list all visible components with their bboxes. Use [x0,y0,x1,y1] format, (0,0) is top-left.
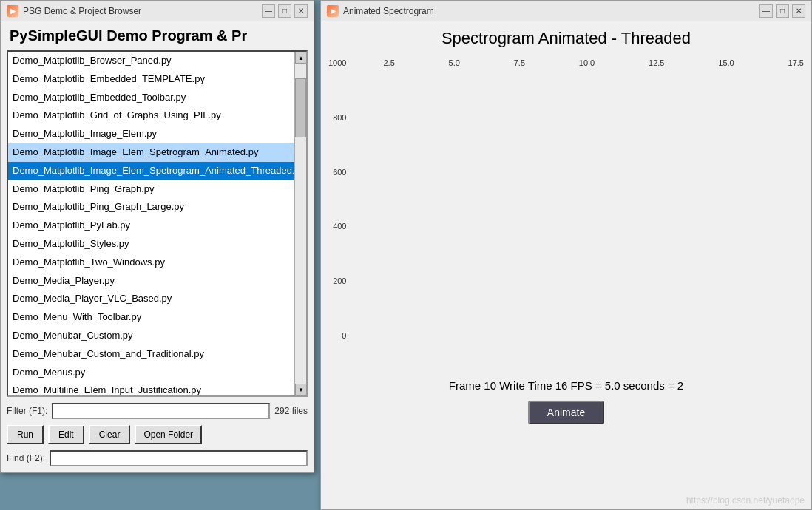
filter-label: Filter (F1): [7,406,47,416]
scroll-down-button[interactable]: ▼ [295,384,307,395]
psg-title-icon: ▶ [7,5,18,17]
psg-icon: ▶ [7,5,18,17]
y-axis-label: 0 [328,332,346,340]
find-row: Find (F2): [1,447,314,472]
file-list-item[interactable]: Demo_Media_Player.py [8,272,294,290]
y-axis-label: 600 [328,169,346,177]
find-input[interactable] [50,450,308,466]
scroll-up-button[interactable]: ▲ [295,52,307,64]
y-axis: 10008006004002000 [328,55,346,344]
filter-row: Filter (F1): 292 files [1,400,314,422]
x-axis-label: 17.5 [788,58,804,67]
file-list-item[interactable]: Demo_Matplotlib_Image_Elem.py [8,125,294,143]
right-window-title: Animated Spectrogram [343,6,759,16]
status-text: Frame 10 Write Time 16 FPS = 5.0 seconds… [449,379,683,392]
right-content: Spectrogram Animated - Threaded 10008006… [321,21,811,509]
file-list-item[interactable]: Demo_Matplotlib_Grid_of_Graphs_Using_PIL… [8,106,294,125]
right-title-icon: ▶ [327,5,339,17]
left-content: PySimpleGUI Demo Program & Pr Demo_Matpl… [1,21,314,472]
left-titlebar: ▶ PSG Demo & Project Browser — □ ✕ [1,1,314,21]
file-list-item[interactable]: Demo_Matplotlib_Styles.py [8,235,294,254]
run-button[interactable]: Run [7,425,44,444]
spectrogram-title: Spectrogram Animated - Threaded [441,29,691,48]
file-list-item[interactable]: Demo_Menus.py [8,364,294,382]
left-window-header: PySimpleGUI Demo Program & Pr [1,21,314,47]
file-list-item[interactable]: Demo_Matplotlib_PyLab.py [8,217,294,235]
file-list-item[interactable]: Demo_Matplotlib_Image_Elem_Spetrogram_An… [8,143,294,162]
x-axis-label: 5.0 [449,58,460,67]
y-axis-label: 800 [328,114,346,122]
left-window-controls: — □ ✕ [262,4,308,18]
file-list-item[interactable]: Demo_Media_Player_VLC_Based.py [8,290,294,308]
find-label: Find (F2): [7,453,45,463]
left-maximize-button[interactable]: □ [278,4,291,18]
file-count: 292 files [274,406,308,416]
left-close-button[interactable]: ✕ [294,4,308,18]
right-close-button[interactable]: ✕ [792,4,805,18]
x-axis-label: 2.5 [383,58,394,67]
left-window-title: PSG Demo & Project Browser [23,6,262,16]
right-titlebar: ▶ Animated Spectrogram — □ ✕ [321,1,811,21]
edit-button[interactable]: Edit [48,425,84,444]
right-window: ▶ Animated Spectrogram — □ ✕ Spectrogram… [320,0,812,510]
right-psg-icon: ▶ [327,5,339,17]
x-axis-label: 7.5 [514,58,525,67]
y-axis-label: 400 [328,222,346,231]
clear-button[interactable]: Clear [89,425,131,444]
x-axis-label: 12.5 [649,58,664,67]
buttons-row: Run Edit Clear Open Folder [1,422,314,447]
x-axis-label: 10.0 [579,58,595,67]
right-minimize-button[interactable]: — [759,4,773,18]
open-folder-button[interactable]: Open Folder [135,425,202,444]
left-minimize-button[interactable]: — [262,4,275,18]
chart-container: 10008006004002000 [328,55,804,373]
file-list-item[interactable]: Demo_Matplotlib_Ping_Graph.py [8,180,294,199]
file-list-item[interactable]: Demo_Menubar_Custom_and_Traditional.py [8,345,294,364]
x-axis: 2.55.07.510.012.515.017.5 [350,58,804,67]
file-list-item[interactable]: Demo_Matplotlib_Embedded_Toolbar.py [8,89,294,107]
y-axis-label: 1000 [328,59,346,67]
y-axis-label: 200 [328,277,346,285]
file-list-item[interactable]: Demo_Matplotlib_Two_Windows.py [8,254,294,272]
file-list-item[interactable]: Demo_Menubar_Custom.py [8,327,294,345]
file-list-container: Demo_Matplotlib_Browser_Paned.pyDemo_Mat… [7,50,308,397]
right-maximize-button[interactable]: □ [776,4,789,18]
file-list-item[interactable]: Demo_Matplotlib_Embedded_TEMPLATE.py [8,70,294,89]
animate-button[interactable]: Animate [528,401,604,424]
scrollbar-thumb[interactable] [295,78,306,137]
file-list-item[interactable]: Demo_Menu_With_Toolbar.py [8,308,294,327]
left-window: ▶ PSG Demo & Project Browser — □ ✕ PySim… [0,0,314,473]
desktop: ▶ PSG Demo & Project Browser — □ ✕ PySim… [0,0,812,510]
file-list-item[interactable]: Demo_Multiline_Elem_Input_Justification.… [8,381,294,395]
right-window-controls: — □ ✕ [759,4,805,18]
file-list-scrollbar[interactable]: ▲ ▼ [294,52,306,395]
watermark: https://blog.csdn.net/yuetaope [686,495,805,506]
file-list-item[interactable]: Demo_Matplotlib_Browser_Paned.py [8,52,294,70]
x-axis-label: 15.0 [718,58,734,67]
file-list[interactable]: Demo_Matplotlib_Browser_Paned.pyDemo_Mat… [8,52,294,395]
filter-input[interactable] [52,403,270,419]
scrollbar-track[interactable] [295,64,306,384]
file-list-item[interactable]: Demo_Matplotlib_Ping_Graph_Large.py [8,198,294,217]
file-list-item[interactable]: Demo_Matplotlib_Image_Elem_Spetrogram_An… [8,162,294,180]
